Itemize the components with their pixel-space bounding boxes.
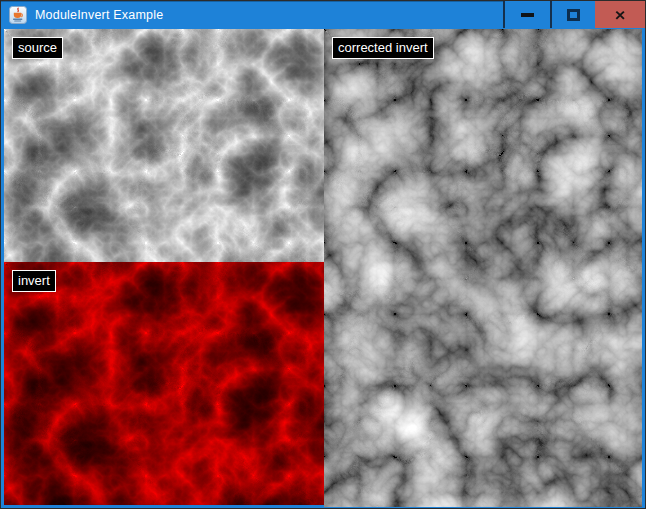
minimize-icon bbox=[521, 13, 534, 17]
titlebar[interactable]: ModuleInvert Example ✕ bbox=[1, 1, 645, 28]
window-controls: ✕ bbox=[503, 1, 645, 28]
invert-noise-image bbox=[4, 262, 324, 505]
left-column: source invert bbox=[4, 29, 324, 505]
panel-source: source bbox=[4, 29, 324, 262]
titlebar-left: ModuleInvert Example bbox=[1, 1, 503, 28]
corrected-invert-noise-image bbox=[324, 29, 642, 507]
close-icon: ✕ bbox=[614, 8, 626, 21]
close-button[interactable]: ✕ bbox=[595, 1, 645, 28]
minimize-button[interactable] bbox=[503, 1, 550, 28]
app-window: ModuleInvert Example ✕ bbox=[0, 0, 646, 509]
invert-label: invert bbox=[12, 270, 56, 292]
maximize-button[interactable] bbox=[550, 1, 595, 28]
render-area: source invert bbox=[2, 29, 644, 507]
source-noise-image bbox=[4, 29, 324, 262]
corrected-invert-label: corrected invert bbox=[332, 37, 434, 59]
panel-corrected-invert: corrected invert bbox=[324, 29, 642, 507]
window-title: ModuleInvert Example bbox=[35, 8, 163, 22]
java-coffee-cup-icon bbox=[9, 6, 27, 24]
maximize-icon bbox=[567, 9, 580, 21]
panel-invert: invert bbox=[4, 262, 324, 505]
source-label: source bbox=[12, 37, 63, 59]
